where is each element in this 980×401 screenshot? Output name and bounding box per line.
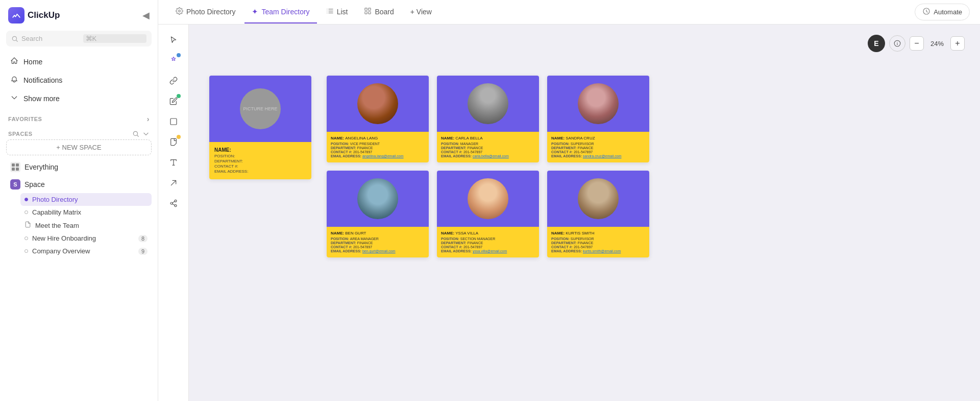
contact-field: CONTACT #: 201-547897 bbox=[551, 150, 645, 154]
person-name-row: NAME: YSSA VILLA bbox=[441, 231, 535, 235]
name-label: NAME: bbox=[331, 231, 344, 235]
person-photo bbox=[468, 178, 508, 219]
tab-team-directory[interactable]: ✦ Team Directory bbox=[244, 1, 316, 23]
sidebar-item-capability-matrix[interactable]: Capability Matrix bbox=[20, 206, 152, 219]
spaces-actions[interactable] bbox=[132, 130, 150, 137]
space-badge: S bbox=[10, 179, 20, 190]
add-view-label: + View bbox=[410, 8, 432, 16]
item-dot bbox=[24, 198, 28, 201]
automate-button[interactable]: Automate bbox=[915, 4, 970, 20]
contact-field: CONTACT #: 201-547897 bbox=[551, 245, 645, 249]
tab-list[interactable]: List bbox=[319, 1, 355, 23]
department-field: DEPARTMENT: FINANCE bbox=[331, 146, 425, 150]
tool-link[interactable] bbox=[164, 72, 183, 90]
person-email[interactable]: yssa.villa@email.com bbox=[473, 249, 507, 253]
tool-cursor[interactable] bbox=[164, 31, 183, 49]
sidebar-item-photo-directory[interactable]: Photo Directory bbox=[20, 193, 152, 206]
cards-area: PICTURE HERE NAME: POSITION: DEPARTMENT:… bbox=[209, 76, 960, 257]
tool-note[interactable] bbox=[164, 133, 183, 151]
sidebar-item-everything[interactable]: Everything bbox=[6, 158, 152, 176]
sidebar-item-meet-the-team[interactable]: Meet the Team bbox=[20, 219, 152, 232]
photo-directory-label: Photo Directory bbox=[32, 196, 78, 203]
person-card-top bbox=[437, 76, 539, 132]
sub-items: Photo Directory Capability Matrix Meet t… bbox=[6, 193, 152, 257]
sidebar-item-home[interactable]: Home bbox=[6, 53, 152, 71]
template-top: PICTURE HERE bbox=[209, 76, 311, 142]
zoom-in-button[interactable]: + bbox=[950, 36, 965, 51]
main: Photo Directory ✦ Team Directory List Bo… bbox=[158, 0, 980, 401]
collapse-button[interactable]: ◀ bbox=[142, 10, 150, 21]
search-bar[interactable]: Search ⌘K bbox=[6, 31, 152, 46]
person-email[interactable]: angelina.lang@email.com bbox=[362, 154, 404, 158]
sidebar-item-company-overview[interactable]: Company Overview 9 bbox=[20, 245, 152, 257]
person-photo bbox=[578, 83, 619, 124]
item-dot bbox=[24, 249, 28, 253]
tool-add[interactable] bbox=[164, 51, 183, 69]
new-space-label: + NEW SPACE bbox=[56, 144, 101, 151]
department-field: DEPARTMENT: FINANCE bbox=[331, 241, 425, 245]
person-email[interactable]: carla.bella@email.com bbox=[473, 154, 509, 158]
sidebar-item-notifications[interactable]: Notifications bbox=[6, 71, 152, 89]
email-field: EMAIL ADDRESS: carla.bella@email.com bbox=[441, 154, 535, 158]
search-icon bbox=[11, 35, 18, 42]
position-field: POSITION: SUPERVISOR bbox=[551, 237, 645, 241]
tool-text[interactable] bbox=[164, 153, 183, 172]
sidebar-item-new-hire-onboarding[interactable]: New Hire Onboarding 8 bbox=[20, 232, 152, 245]
svg-point-9 bbox=[175, 200, 177, 202]
person-cards-grid: NAME: ANGELINA LANG POSITION: VICE PRESI… bbox=[327, 76, 649, 257]
capability-matrix-label: Capability Matrix bbox=[32, 208, 81, 216]
person-name-row: NAME: SANDRA CRUZ bbox=[551, 136, 645, 140]
canvas[interactable]: E − 24% + PICTURE HE bbox=[189, 25, 980, 401]
zoom-controls: E − 24% + bbox=[868, 35, 965, 52]
tool-pencil[interactable] bbox=[164, 92, 183, 110]
home-label: Home bbox=[23, 58, 42, 66]
svg-rect-5 bbox=[369, 11, 371, 13]
search-shortcut: ⌘K bbox=[83, 34, 147, 43]
zoom-out-button[interactable]: − bbox=[910, 36, 924, 51]
svg-rect-3 bbox=[365, 8, 367, 10]
info-button[interactable] bbox=[889, 35, 905, 52]
person-name: SANDRA CRUZ bbox=[566, 136, 595, 140]
favorites-expand[interactable]: › bbox=[147, 115, 150, 123]
department-field: DEPARTMENT: FINANCE bbox=[441, 146, 535, 150]
settings-icon bbox=[176, 7, 183, 16]
automate-label: Automate bbox=[934, 8, 962, 16]
tab-add-view[interactable]: + View bbox=[403, 2, 439, 23]
person-email[interactable]: ben.gurt@email.com bbox=[362, 249, 396, 253]
new-space-button[interactable]: + NEW SPACE bbox=[6, 139, 152, 155]
contact-field: CONTACT #: 201-547897 bbox=[441, 245, 535, 249]
name-label: NAME: bbox=[331, 136, 344, 140]
person-email[interactable]: kurtis.smith@email.com bbox=[583, 249, 621, 253]
position-field: POSITION: SECTION MANAGER bbox=[441, 237, 535, 241]
person-name-row: NAME: KURTIS SMITH bbox=[551, 231, 645, 235]
tool-rect[interactable] bbox=[164, 112, 183, 131]
tab-board[interactable]: Board bbox=[357, 1, 401, 23]
automate-icon bbox=[922, 7, 930, 17]
person-name: ANGELINA LANG bbox=[345, 136, 378, 140]
tab-photo-directory[interactable]: Photo Directory bbox=[168, 1, 242, 23]
logo-icon bbox=[8, 7, 24, 23]
sidebar-item-show-more[interactable]: Show more bbox=[6, 89, 152, 108]
home-icon bbox=[10, 57, 18, 67]
person-email[interactable]: sandra.cruz@email.com bbox=[583, 154, 622, 158]
name-label: NAME: bbox=[551, 136, 565, 140]
sidebar-item-space[interactable]: S Space bbox=[6, 176, 152, 193]
person-name: KURTIS SMITH bbox=[566, 231, 594, 235]
new-hire-label: New Hire Onboarding bbox=[32, 234, 96, 242]
person-card-bottom: NAME: CARLA BELLA POSITION: MANAGER DEPA… bbox=[437, 132, 539, 162]
sidebar: ClickUp ◀ Search ⌘K Home Notifications bbox=[0, 0, 158, 401]
list-icon bbox=[326, 7, 334, 16]
person-name: CARLA BELLA bbox=[455, 136, 482, 140]
person-card: NAME: YSSA VILLA POSITION: SECTION MANAG… bbox=[437, 171, 539, 257]
tool-share[interactable] bbox=[164, 194, 183, 213]
person-card-top bbox=[547, 171, 649, 227]
notifications-icon bbox=[10, 75, 18, 85]
tool-arrow[interactable] bbox=[164, 174, 183, 192]
department-field: DEPARTMENT: FINANCE bbox=[441, 241, 535, 245]
person-photo bbox=[357, 178, 398, 219]
item-dot bbox=[24, 210, 28, 214]
person-card-top bbox=[327, 76, 429, 132]
person-card-bottom: NAME: KURTIS SMITH POSITION: SUPERVISOR … bbox=[547, 227, 649, 257]
person-card: NAME: CARLA BELLA POSITION: MANAGER DEPA… bbox=[437, 76, 539, 162]
chevron-down-icon bbox=[10, 93, 18, 104]
